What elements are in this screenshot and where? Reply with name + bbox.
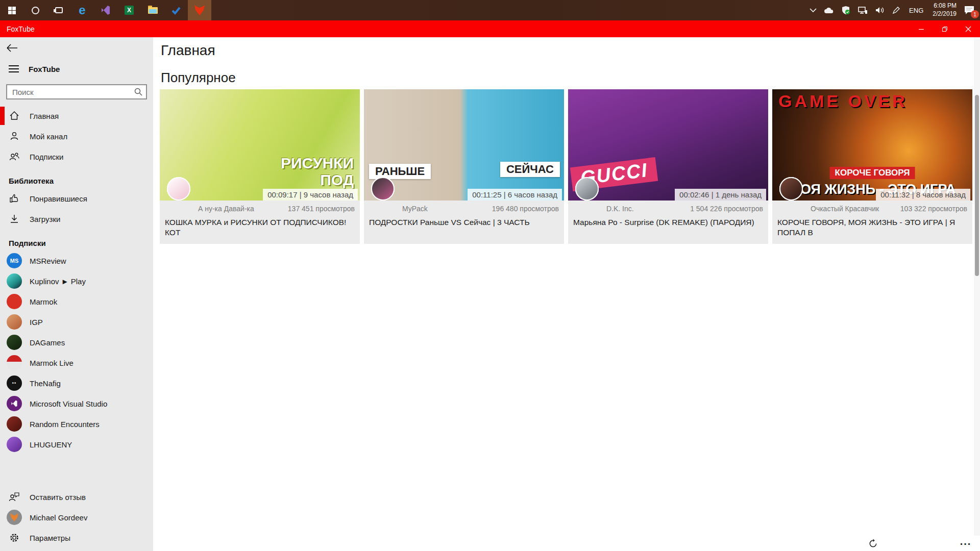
refresh-icon [868, 539, 878, 548]
subscription-msreview[interactable]: MS MSReview [0, 251, 153, 271]
volume-icon[interactable] [871, 0, 889, 20]
video-card[interactable]: РАНЬШЕ СЕЙЧАС 00:11:25 | 6 часов назад M… [364, 89, 564, 244]
subscription-label: TheNafig [30, 379, 61, 388]
video-thumbnail[interactable]: РАНЬШЕ СЕЙЧАС 00:11:25 | 6 часов назад [364, 89, 564, 201]
sidebar-item-liked[interactable]: Понравившиеся [0, 188, 153, 209]
fox-avatar-icon [10, 513, 18, 521]
refresh-button[interactable] [866, 537, 880, 549]
channel-avatar[interactable] [779, 177, 803, 201]
subscription-label: DAGames [30, 338, 65, 347]
sidebar-item-account[interactable]: Michael Gordeev [0, 507, 153, 528]
user-avatar [7, 510, 22, 525]
video-thumbnail[interactable]: GUCCI 00:02:46 | 1 день назад [568, 89, 768, 201]
subscription-label: Marmok [30, 297, 57, 306]
more-button[interactable]: ... [957, 536, 975, 549]
hamburger-menu-button[interactable] [9, 65, 19, 72]
language-indicator[interactable]: ENG [904, 0, 928, 20]
action-center-button[interactable]: 1 [961, 0, 980, 20]
subscription-label: Kuplinov ► Play [30, 277, 86, 286]
taskbar-app-excel[interactable]: X [117, 0, 141, 20]
cortana-button[interactable] [23, 0, 47, 20]
tray-chevron-icon[interactable] [806, 0, 820, 20]
subscription-label: Microsoft Visual Studio [30, 399, 107, 408]
video-title[interactable]: КОРОЧЕ ГОВОРЯ, МОЯ ЖИЗНЬ - ЭТО ИГРА | Я … [772, 213, 972, 244]
task-view-button[interactable] [47, 0, 70, 20]
section-title-popular: Популярное [161, 70, 236, 91]
scrollbar-thumb[interactable] [975, 95, 979, 276]
channel-avatar [7, 273, 22, 289]
back-button[interactable] [0, 37, 153, 59]
video-card[interactable]: GUCCI 00:02:46 | 1 день назад D.K. Inc. … [568, 89, 768, 244]
search-input[interactable] [12, 88, 134, 96]
sidebar-item-label: Понравившиеся [30, 194, 87, 203]
taskbar-app-todo[interactable] [164, 0, 188, 20]
subscription-label: Marmok Live [30, 359, 74, 367]
video-title[interactable]: КОШКА МУРКА и РИСУНКИ ОТ ПОДПИСЧИКОВ! КО… [160, 213, 360, 244]
sidebar-item-my-channel[interactable]: Мой канал [0, 126, 153, 146]
channel-name[interactable]: MyPack [402, 205, 428, 213]
channel-avatar [7, 294, 22, 309]
sidebar-item-label: Подписки [30, 153, 64, 161]
subscription-igp[interactable]: IGP [0, 312, 153, 332]
taskbar-app-edge[interactable]: e [70, 0, 94, 20]
subscription-marmok[interactable]: Marmok [0, 291, 153, 312]
sidebar-item-feedback[interactable]: Оставить отзыв [0, 487, 153, 507]
subscription-kuplinov-play[interactable]: Kuplinov ► Play [0, 271, 153, 291]
search-box[interactable] [6, 84, 147, 99]
thumbnail-text: СЕЙЧАС [500, 162, 560, 177]
sidebar-item-label: Загрузки [30, 215, 60, 223]
channel-name[interactable]: D.K. Inc. [606, 205, 634, 213]
sidebar-item-label: Главная [30, 112, 59, 120]
start-button[interactable] [0, 0, 23, 20]
video-thumbnail[interactable]: РИСУНКИ ПОД 00:09:17 | 9 часов назад [160, 89, 360, 201]
duration-badge: 00:09:17 | 9 часов назад [263, 189, 358, 201]
sidebar-item-settings[interactable]: Параметры [0, 528, 153, 548]
video-title[interactable]: ПОДРОСТКИ Раньше VS Сейчас | 3 ЧАСТЬ [364, 213, 564, 233]
sidebar-item-home[interactable]: Главная [0, 106, 153, 126]
subscription-dagames[interactable]: DAGames [0, 332, 153, 353]
app-name: FoxTube [29, 65, 60, 73]
search-icon[interactable] [134, 87, 143, 96]
sidebar-item-subscriptions[interactable]: Подписки [0, 146, 153, 167]
library-section-header: Библиотека [0, 171, 153, 188]
view-count: 1 504 226 просмотров [690, 205, 763, 213]
subscription-visual-studio[interactable]: Microsoft Visual Studio [0, 393, 153, 414]
video-card[interactable]: GAME OVER КОРОЧЕ ГОВОРЯ МОЯ ЖИЗНЬ - ЭТО … [772, 89, 972, 244]
scrollbar-track[interactable] [974, 37, 980, 536]
task-view-icon [55, 7, 63, 13]
channel-avatar [7, 314, 22, 330]
taskbar-app-file-explorer[interactable] [141, 0, 164, 20]
channel-avatar[interactable] [575, 177, 599, 201]
channel-name[interactable]: А ну-ка Давай-ка [198, 205, 254, 213]
video-thumbnail[interactable]: GAME OVER КОРОЧЕ ГОВОРЯ МОЯ ЖИЗНЬ - ЭТО … [772, 89, 972, 201]
network-icon[interactable] [854, 0, 871, 20]
download-icon [9, 214, 20, 224]
people-icon [9, 152, 20, 162]
subscription-marmok-live[interactable]: Marmok Live [0, 353, 153, 373]
thumbnail-text: РАНЬШЕ [369, 164, 431, 179]
channel-avatar: •• [7, 375, 22, 391]
tray-date: 2/2/2019 [933, 10, 957, 18]
defender-shield-icon[interactable] [838, 0, 854, 20]
subscription-thenafig[interactable]: •• TheNafig [0, 373, 153, 393]
video-title[interactable]: Марьяна Ро - Surprise (DK REMAKE) (ПАРОД… [568, 213, 768, 233]
channel-name[interactable]: Очкастый Красавчик [811, 205, 879, 213]
home-icon [9, 111, 20, 121]
close-button[interactable] [957, 20, 980, 37]
subscription-lhugueny[interactable]: LHUGUENY [0, 434, 153, 455]
pen-icon[interactable] [889, 0, 904, 20]
edge-icon: e [79, 4, 85, 16]
channel-avatar[interactable] [167, 177, 190, 201]
channel-avatar[interactable] [371, 177, 395, 201]
maximize-button[interactable] [933, 20, 957, 37]
video-card[interactable]: РИСУНКИ ПОД 00:09:17 | 9 часов назад А н… [160, 89, 360, 244]
sidebar: FoxTube Главная Мой канал Подписки Библи… [0, 37, 153, 551]
sidebar-item-downloads[interactable]: Загрузки [0, 209, 153, 229]
tray-clock[interactable]: 6:08 PM 2/2/2019 [928, 2, 961, 18]
taskbar-app-foxtube[interactable] [188, 0, 211, 20]
subscription-random-encounters[interactable]: Random Encounters [0, 414, 153, 434]
taskbar-app-visual-studio[interactable] [94, 0, 117, 20]
onedrive-cloud-icon[interactable] [820, 0, 838, 20]
video-grid: 00:11:40 | 11 часов назад Lady Diana 974… [160, 89, 976, 551]
minimize-button[interactable] [910, 20, 933, 37]
